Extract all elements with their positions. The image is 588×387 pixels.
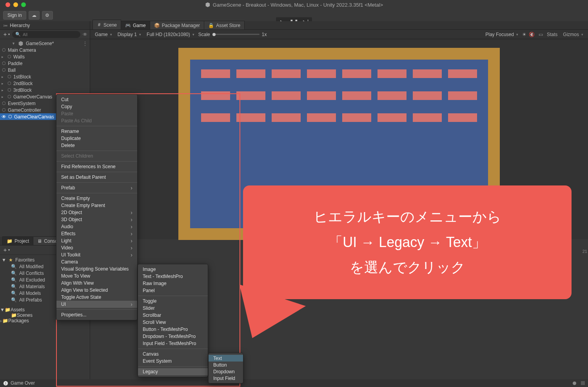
scale-label: Scale (198, 32, 210, 37)
menu-item[interactable]: Event System (138, 358, 208, 365)
menu-item[interactable]: Create Empty (56, 195, 137, 202)
menu-item[interactable]: Video (56, 244, 137, 251)
menu-item: Select Children (56, 153, 137, 160)
playfocused-dd[interactable]: Play Focused (484, 32, 520, 37)
scene-tab[interactable]: ＃Scene (93, 20, 121, 29)
res-dd[interactable]: Full HD (1920x1080) (145, 32, 196, 37)
legacy-submenu: TextButtonDropdownInput Field (208, 353, 243, 383)
menu-item[interactable]: Scrollbar (138, 312, 208, 319)
status-dot (573, 382, 576, 385)
menu-item[interactable]: Legacy (138, 368, 208, 375)
menu-item[interactable]: Text - TextMeshPro (138, 273, 208, 280)
menu-item[interactable]: Toggle Active State (56, 294, 137, 301)
svg-text:!: ! (5, 381, 6, 385)
menu-item[interactable]: UI Toolkit (56, 251, 137, 258)
menu-item[interactable]: Move To View (56, 273, 137, 280)
menu-item[interactable]: Effects (56, 230, 137, 237)
menu-item[interactable]: Scroll View (138, 319, 208, 326)
menu-item[interactable]: Canvas (138, 351, 208, 358)
tree-item[interactable]: ▸⬡1stBlock (0, 73, 90, 80)
menu-item[interactable]: Dropdown - TextMeshPro (138, 333, 208, 340)
menu-item[interactable]: Slider (138, 305, 208, 312)
tree-item[interactable]: ⬡Paddle (0, 60, 90, 67)
callout-line: を選んでクリック (350, 255, 465, 280)
cloud-button[interactable]: ☁ (29, 11, 40, 20)
menu-item[interactable]: Input Field - TextMeshPro (138, 340, 208, 347)
menu-item[interactable]: Audio (56, 223, 137, 230)
project-create[interactable]: ＋▾ (2, 247, 10, 254)
traffic-lights (3, 2, 26, 7)
project-tab[interactable]: 📁Project (2, 236, 33, 245)
scene-root[interactable]: ▼ GameScene* ⋮ (0, 40, 90, 47)
hierarchy-search[interactable]: 🔍All (12, 31, 80, 38)
playbar: ▶ ❚❚ ▶| (0, 9, 588, 19)
callout-line: 「UI → Legacy → Text」 (328, 230, 486, 255)
account-bar: Sign in ☁ ⚙ (3, 11, 53, 20)
mute-icon[interactable]: 🔇 (529, 32, 535, 37)
settings-button[interactable]: ⚙ (42, 11, 53, 20)
menu-item[interactable]: Align View to Selected (56, 287, 137, 294)
menu-item[interactable]: Prefab (56, 184, 137, 191)
sun-icon[interactable]: ☀ (522, 32, 526, 37)
menu-item[interactable]: 3D Object (56, 216, 137, 223)
context-menu: CutCopyPastePaste As ChildRenameDuplicat… (56, 94, 138, 320)
hierarchy-tab[interactable]: ≔ Hierarchy (0, 21, 90, 30)
callout-line: ヒエラルキーのメニューから (314, 204, 501, 230)
gizmos-button[interactable]: Gizmos (561, 32, 585, 37)
minimize-dot[interactable] (13, 2, 18, 7)
status-square (581, 381, 585, 385)
stats-button[interactable]: Stats (547, 32, 557, 37)
menu-item[interactable]: 2D Object (56, 209, 137, 216)
create-dropdown[interactable]: ＋▾ (2, 31, 10, 38)
menu-item[interactable]: UI (56, 301, 137, 308)
menu-item[interactable]: Dropdown (209, 368, 243, 375)
menu-item[interactable]: Align With View (56, 280, 137, 287)
menu-item[interactable]: Light (56, 237, 137, 244)
titlebar: GameScene - Breakout - Windows, Mac, Lin… (0, 0, 588, 9)
vr-icon[interactable]: ▭ (539, 32, 543, 37)
hide-icon[interactable]: 👁 (83, 32, 87, 37)
zoom-dot[interactable] (21, 2, 26, 7)
scale-slider[interactable] (212, 34, 260, 35)
menu-item[interactable]: Visual Scripting Scene Variables (56, 265, 137, 273)
menu-item[interactable]: Delete (56, 142, 137, 149)
menu-item[interactable]: Create Empty Parent (56, 202, 137, 209)
menu-item[interactable]: Toggle (138, 298, 208, 305)
menu-item[interactable]: Set as Default Parent (56, 174, 137, 181)
menu-item: Paste As Child (56, 117, 137, 124)
asset-store-tab[interactable]: 🔒Asset Store (204, 21, 245, 29)
menu-item[interactable]: Duplicate (56, 135, 137, 142)
menu-item[interactable]: Panel (138, 287, 208, 294)
menu-item[interactable]: Button - TextMeshPro (138, 326, 208, 333)
display-dd[interactable]: Display 1 (116, 32, 143, 37)
tree-item[interactable]: ▸⬡2ndBlock (0, 80, 90, 87)
tree-item[interactable]: ▸⬡Walls (0, 53, 90, 60)
window-title: GameScene - Breakout - Windows, Mac, Lin… (205, 2, 383, 8)
menu-item[interactable]: Raw Image (138, 280, 208, 287)
instruction-callout: ヒエラルキーのメニューから 「UI → Legacy → Text」 を選んでク… (243, 185, 572, 299)
menu-item[interactable]: Image (138, 266, 208, 273)
status-text: Game Over (11, 380, 35, 386)
hierarchy-toolbar: ＋▾ 🔍All 👁 (0, 30, 90, 39)
package-tab[interactable]: 📦Package Manager (150, 21, 204, 29)
game-toolbar: Game Display 1 Full HD (1920x1080) Scale… (90, 30, 588, 39)
menu-item[interactable]: Cut (56, 96, 137, 103)
menu-item[interactable]: Rename (56, 128, 137, 135)
tree-item[interactable]: ⬡Ball (0, 67, 90, 73)
unity-icon (205, 2, 211, 7)
menu-item[interactable]: Button (209, 362, 243, 368)
menu-item[interactable]: Find References In Scene (56, 163, 137, 170)
menu-item[interactable]: Input Field (209, 375, 243, 382)
tree-item[interactable]: ▸⬡3rdBlock (0, 87, 90, 93)
game-dd[interactable]: Game (93, 32, 114, 37)
close-dot[interactable] (5, 2, 10, 7)
menu-item[interactable]: Text (209, 355, 243, 362)
view-tabs: ＃Scene 🎮Game 📦Package Manager 🔒Asset Sto… (90, 21, 588, 30)
signin-button[interactable]: Sign in (3, 11, 26, 20)
menu-item[interactable]: Camera (56, 258, 137, 265)
tree-item[interactable]: ⬡Main Camera (0, 47, 90, 53)
ui-submenu: ImageText - TextMeshProRaw ImagePanelTog… (138, 264, 208, 377)
game-tab[interactable]: 🎮Game (121, 21, 150, 29)
menu-item[interactable]: Copy (56, 103, 137, 110)
menu-item[interactable]: Properties... (56, 311, 137, 318)
